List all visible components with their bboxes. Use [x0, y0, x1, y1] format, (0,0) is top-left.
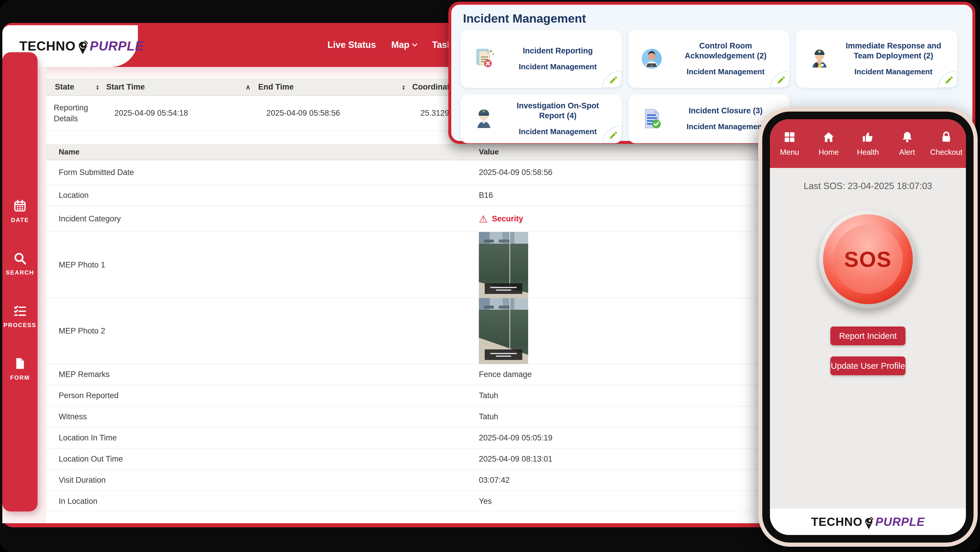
- sidebar-item-date[interactable]: DATE: [11, 199, 29, 223]
- operator-avatar-icon: [628, 45, 675, 73]
- left-sidebar: DATESEARCHPROCESSFORM: [2, 52, 38, 512]
- logo-pin-icon: [77, 40, 89, 55]
- detail-row-mep-photo-1: MEP Photo 1: [46, 232, 772, 298]
- detail-value: ⚠Security: [479, 214, 772, 224]
- logo-text-purple: PURPLE: [875, 515, 924, 528]
- nav-item-live-status[interactable]: Live Status: [328, 40, 376, 50]
- phone-body: Last SOS: 23-04-2025 18:07:03 SOS Report…: [770, 168, 966, 509]
- phone-nav-home[interactable]: Home: [809, 119, 848, 168]
- detail-value: 03:07:42: [479, 475, 772, 485]
- edit-button[interactable]: [602, 70, 622, 88]
- phone-nav-label: Alert: [899, 148, 915, 157]
- nav-item-map[interactable]: Map: [391, 40, 417, 50]
- detail-alert-text: Security: [492, 214, 523, 223]
- report-incident-button[interactable]: Report Incident: [830, 327, 905, 345]
- cell-end-time: 2025-04-09 05:58:56: [266, 108, 420, 118]
- column-header-end-time[interactable]: End Time▴▾: [258, 79, 412, 95]
- detail-row-location: LocationB16: [46, 185, 772, 206]
- pencil-icon: [606, 128, 618, 141]
- incident-card-control-room-acknowledgement-2[interactable]: Control Room Acknowledgement (2)Incident…: [628, 29, 790, 88]
- last-sos-text: Last SOS: 23-04-2025 18:07:03: [770, 181, 966, 191]
- detail-name: MEP Photo 1: [46, 260, 479, 270]
- photo-thumbnail[interactable]: [479, 232, 528, 298]
- sort-asc-icon[interactable]: ∧: [245, 84, 251, 91]
- technopurple-logo: TECHNO PURPLE: [19, 39, 144, 53]
- guard-avatar-icon: [796, 45, 843, 73]
- detail-name: In Location: [46, 497, 479, 506]
- photo-thumbnail[interactable]: [479, 298, 528, 364]
- detail-row-person-reported: Person ReportedTatuh: [46, 385, 772, 406]
- chevron-down-icon: [412, 41, 417, 46]
- police-avatar-icon: [460, 105, 508, 133]
- phone-nav-label: Menu: [780, 148, 799, 157]
- desktop-background: Live StatusMapTaskW TECHNO PURPLE DATESE…: [0, 0, 980, 552]
- column-header-state[interactable]: State▴▾: [46, 79, 106, 95]
- pencil-icon: [942, 73, 954, 86]
- bell-icon: [901, 131, 914, 145]
- phone-nav-label: Home: [819, 148, 839, 157]
- technopurple-logo-footer: TECHNO PURPLE: [811, 515, 924, 528]
- closure-doc-icon: [628, 105, 675, 133]
- sidebar-item-form[interactable]: FORM: [10, 357, 30, 381]
- sos-button[interactable]: SOS: [819, 210, 917, 308]
- home-icon: [822, 131, 835, 145]
- detail-row-location-in-time: Location In Time2025-04-09 05:05:19: [46, 428, 772, 449]
- update-user-profile-button[interactable]: Update User Profile: [830, 356, 905, 375]
- phone-nav-label: Health: [857, 148, 879, 157]
- incident-card-immediate-response-and-team-deployment-2[interactable]: Immediate Response and Team Deployment (…: [796, 29, 958, 88]
- detail-name: Location: [46, 191, 479, 200]
- menu-grid-icon: [783, 131, 796, 145]
- state-value: Reporting Details: [54, 102, 103, 124]
- sidebar-item-label: FORM: [10, 374, 30, 381]
- phone-mockup: MenuHomeHealthAlertCheckout Last SOS: 23…: [758, 107, 978, 547]
- search-icon: [13, 252, 27, 266]
- detail-row-mep-remarks: MEP RemarksFence damage: [46, 364, 772, 385]
- detail-value: 2025-04-09 05:05:19: [479, 433, 772, 442]
- sos-button-core: SOS: [833, 225, 902, 294]
- detail-name: Incident Category: [46, 214, 479, 223]
- phone-nav-menu[interactable]: Menu: [770, 119, 809, 168]
- card-subtitle: Incident Management: [843, 67, 944, 77]
- sidebar-item-search[interactable]: SEARCH: [6, 252, 34, 276]
- detail-value: B16: [479, 191, 772, 200]
- detail-name: Person Reported: [46, 391, 479, 400]
- detail-name: Witness: [46, 412, 479, 421]
- column-label: Coordinat: [412, 83, 450, 92]
- phone-nav-health[interactable]: Health: [848, 119, 888, 168]
- column-header-start-time[interactable]: Start Time∧: [106, 79, 258, 95]
- card-text: Control Room Acknowledgement (2)Incident…: [675, 41, 789, 77]
- detail-row-form-submitted-date: Form Submitted Date2025-04-09 05:58:56: [46, 160, 772, 185]
- card-title: Immediate Response and Team Deployment (…: [843, 41, 944, 61]
- sort-icon[interactable]: ▴▾: [402, 84, 405, 90]
- logo-pin-icon: [864, 516, 874, 530]
- phone-footer: TECHNO PURPLE: [770, 509, 966, 535]
- phone-screen: MenuHomeHealthAlertCheckout Last SOS: 23…: [770, 119, 966, 535]
- phone-nav-checkout[interactable]: Checkout: [927, 119, 966, 168]
- sidebar-item-label: DATE: [11, 217, 29, 223]
- detail-value: [479, 298, 772, 364]
- phone-buttons: Report IncidentUpdate User Profile: [770, 327, 966, 375]
- detail-name: Location Out Time: [46, 455, 479, 464]
- details-value-header: Value: [479, 147, 772, 156]
- detail-value: Yes: [479, 497, 772, 506]
- detail-value: Tatuh: [479, 412, 772, 421]
- detail-value: Tatuh: [479, 391, 772, 400]
- card-title: Incident Reporting: [508, 46, 608, 56]
- lock-icon: [940, 131, 953, 145]
- checklist-icon: [13, 304, 27, 319]
- cell-state: Reporting Details: [46, 102, 115, 124]
- incident-card-investigation-on-spot-report-4[interactable]: Investigation On-Spot Report (4)Incident…: [460, 94, 622, 143]
- report-doc-icon: [460, 45, 508, 73]
- detail-value: 2025-04-09 05:58:56: [479, 168, 772, 177]
- sort-icon[interactable]: ▴▾: [96, 84, 99, 90]
- detail-name: Visit Duration: [46, 475, 479, 485]
- pencil-icon: [606, 73, 618, 86]
- sos-button-face: SOS: [823, 214, 913, 304]
- incident-card-incident-reporting[interactable]: Incident ReportingIncident Management: [460, 29, 622, 88]
- nav-item-label: Map: [391, 40, 409, 50]
- details-table-header: Name Value: [46, 144, 772, 160]
- sidebar-item-label: PROCESS: [3, 322, 37, 329]
- sidebar-item-process[interactable]: PROCESS: [3, 304, 37, 329]
- sidebar-item-label: SEARCH: [6, 269, 34, 276]
- phone-nav-alert[interactable]: Alert: [888, 119, 927, 168]
